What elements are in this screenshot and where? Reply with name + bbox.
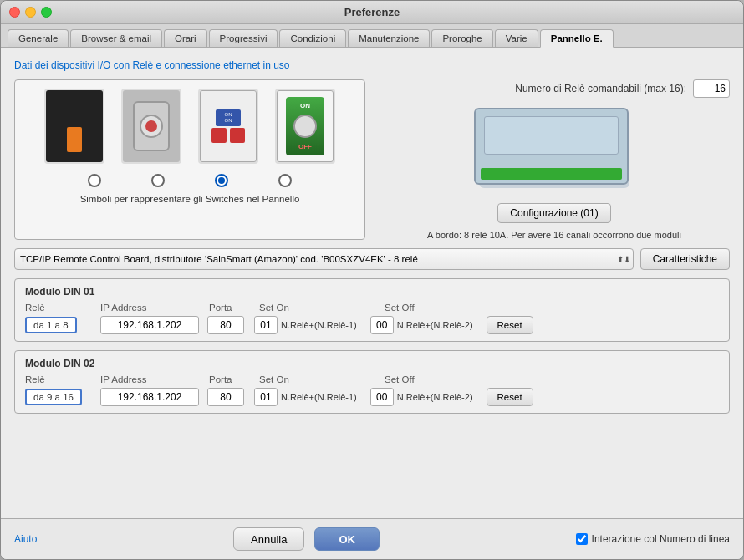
traffic-lights [9, 7, 52, 18]
symbol-radio-3[interactable] [215, 174, 228, 187]
relay-count-label: Numero di Relè comandabili (max 16): [515, 83, 686, 94]
module2-seton-input[interactable] [254, 388, 278, 406]
main-content: Dati dei dispositivi I/O con Relè e conn… [1, 48, 743, 518]
configuration-button[interactable]: Configurazione (01) [497, 203, 610, 223]
board-terminals [481, 168, 622, 180]
symbol-box: ONON ON OFF [14, 79, 365, 240]
module2-porta-input[interactable] [207, 388, 244, 406]
tab-manutenzione[interactable]: Manutenzione [348, 29, 430, 47]
module2-title: Modulo DIN 02 [25, 358, 719, 369]
device-img-1 [44, 89, 104, 164]
tab-generale[interactable]: Generale [8, 29, 69, 47]
module2-porta-col [207, 388, 254, 406]
module2-headers: Relè IP Address Porta Set On Set Off [25, 374, 719, 384]
switch-device [123, 90, 180, 162]
module2-data-row: da 9 a 16 N.Relè+(N.Relè-1) N.Relè+(N.Re… [25, 388, 719, 406]
header-porta-1: Porta [209, 303, 259, 313]
module-din-01: Modulo DIN 01 Relè IP Address Porta Set … [14, 278, 730, 342]
bottom-center: Annulla OK [37, 527, 575, 551]
switch-btn [140, 115, 163, 138]
module2-ip-input[interactable] [100, 388, 199, 406]
module1-setoff-group: N.Relè+(N.Relè-2) [370, 316, 480, 334]
relay-count-input[interactable] [693, 79, 730, 98]
module1-reset-button[interactable]: Reset [487, 316, 533, 334]
header-rele-1: Relè [25, 303, 100, 313]
header-seton-1: Set On [259, 303, 359, 313]
module1-seton-input[interactable] [254, 316, 278, 334]
tab-pannello-e[interactable]: Pannello E. [540, 29, 614, 48]
symbol-caption: Simboli per rappresentare gli Switches n… [80, 194, 300, 204]
header-ip-2: IP Address [100, 374, 209, 384]
radio-circle-3[interactable] [215, 174, 228, 187]
bottom-bar: Aiuto Annulla OK Interazione col Numero … [1, 518, 743, 559]
help-link[interactable]: Aiuto [14, 533, 37, 545]
symbol-radios [88, 174, 292, 187]
interazione-checkbox-wrap: Interazione col Numero di linea [576, 533, 730, 545]
header-setoff-2: Set Off [385, 374, 485, 384]
device-img-4: ON OFF [275, 89, 335, 164]
module2-setoff-group: N.Relè+(N.Relè-2) [370, 388, 480, 406]
module1-rele: da 1 a 8 [25, 317, 100, 333]
device-board-container [471, 104, 638, 196]
tab-condizioni[interactable]: Condizioni [279, 29, 346, 47]
top-section: ONON ON OFF [14, 79, 730, 240]
module2-ip-col [100, 388, 207, 406]
cancel-button[interactable]: Annulla [233, 527, 304, 551]
module2-setoff-formula: N.Relè+(N.Relè-2) [397, 392, 473, 402]
switch-inner [133, 101, 170, 151]
preferences-window: Preferenze Generale Browser & email Orar… [0, 0, 744, 560]
caratteristiche-button[interactable]: Caratteristiche [640, 248, 730, 270]
tab-orari[interactable]: Orari [164, 29, 207, 47]
module1-title: Modulo DIN 01 [25, 286, 719, 298]
symbol-radio-2[interactable] [151, 174, 165, 187]
radio-circle-2[interactable] [151, 174, 165, 187]
header-seton-2: Set On [259, 374, 359, 384]
radio-circle-4[interactable] [278, 174, 292, 187]
close-button[interactable] [9, 7, 20, 18]
radio-circle-1[interactable] [88, 174, 101, 187]
device-select-wrapper: TCP/IP Remote Control Board, distributor… [14, 248, 634, 270]
header-rele-2: Relè [25, 374, 100, 384]
module2-setoff-input[interactable] [370, 388, 394, 406]
module1-ip-input[interactable] [100, 316, 199, 334]
dropdown-row: TCP/IP Remote Control Board, distributor… [14, 248, 730, 270]
ok-button[interactable]: OK [314, 527, 380, 551]
module1-ip-col [100, 316, 207, 334]
header-setoff-1: Set Off [385, 303, 485, 313]
module2-reset-button[interactable]: Reset [487, 388, 533, 406]
module2-rele: da 9 a 16 [25, 389, 100, 405]
symbol-radio-1[interactable] [88, 174, 101, 187]
toggle-device: ON OFF [277, 90, 334, 162]
tab-browser-email[interactable]: Browser & email [70, 29, 162, 47]
module1-porta-col [207, 316, 254, 334]
module2-rele-badge: da 9 a 16 [25, 389, 82, 405]
module2-seton-formula: N.Relè+(N.Relè-1) [281, 392, 357, 402]
device-config: Numero di Relè comandabili (max 16): [379, 79, 730, 240]
device-img-2 [121, 89, 181, 164]
breaker-middle-2 [230, 128, 245, 143]
symbol-images: ONON ON OFF [44, 89, 335, 164]
minimize-button[interactable] [25, 7, 36, 18]
toggle-off-label: OFF [298, 143, 312, 150]
module1-setoff-input[interactable] [370, 316, 394, 334]
tab-proroghe[interactable]: Proroghe [431, 29, 492, 47]
module2-seton-group: N.Relè+(N.Relè-1) [254, 388, 364, 406]
toggle-on-label: ON [300, 102, 310, 109]
tab-varie[interactable]: Varie [495, 29, 538, 47]
maximize-button[interactable] [41, 7, 52, 18]
device-img-3: ONON [198, 89, 258, 164]
board-main [484, 116, 619, 155]
module1-seton-group: N.Relè+(N.Relè-1) [254, 316, 364, 334]
symbol-radio-4[interactable] [278, 174, 292, 187]
section-link[interactable]: Dati dei dispositivi I/O con Relè e conn… [14, 59, 290, 71]
interazione-checkbox[interactable] [576, 533, 588, 545]
tab-progressivi[interactable]: Progressivi [209, 29, 278, 47]
device-image-area [379, 104, 730, 196]
breaker-top: ONON [216, 109, 241, 126]
relay-count-row: Numero di Relè comandabili (max 16): [379, 79, 730, 98]
toggle-inner: ON OFF [286, 97, 324, 155]
breaker-device: ONON [200, 90, 257, 162]
device-select[interactable]: TCP/IP Remote Control Board, distributor… [14, 248, 634, 270]
module1-porta-input[interactable] [207, 316, 244, 334]
card-device [46, 90, 103, 162]
